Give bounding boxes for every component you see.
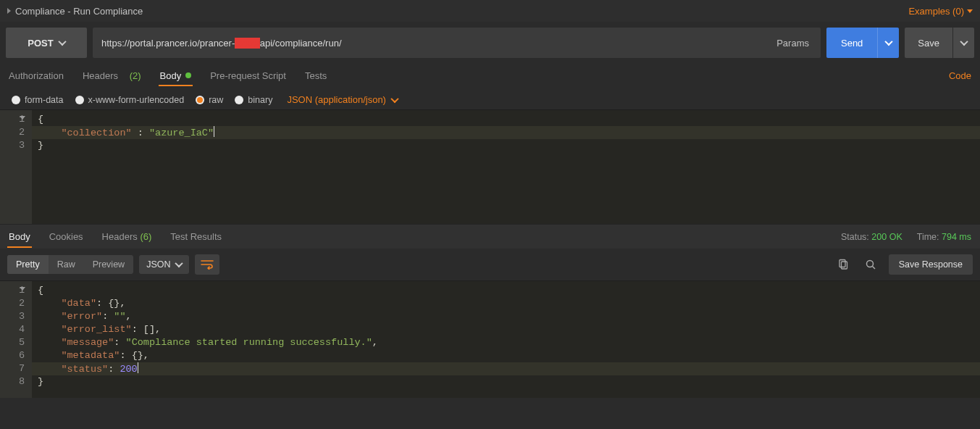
modified-dot-icon <box>185 72 191 78</box>
radio-binary[interactable]: binary <box>235 95 272 105</box>
params-button[interactable]: Params <box>765 28 821 58</box>
copy-icon <box>837 259 849 270</box>
tab-response-body[interactable]: Body <box>9 231 30 242</box>
url-redacted: xxxxx <box>235 38 260 49</box>
send-dropdown-button[interactable] <box>877 28 899 58</box>
chevron-down-icon <box>884 38 892 46</box>
chevron-down-icon <box>390 94 398 102</box>
view-mode-segment: Pretty Raw Preview <box>7 255 133 274</box>
wrap-icon <box>201 259 214 270</box>
code-area[interactable]: { "data": {}, "error": "", "error_list":… <box>32 281 980 398</box>
body-type-row: form-data x-www-form-urlencoded raw bina… <box>0 87 980 109</box>
request-tabs: Authorization Headers (2) Body Pre-reque… <box>0 64 980 87</box>
chevron-down-icon <box>967 9 973 13</box>
url-field-wrap: https://portal.prancer.io/prancer-xxxxxa… <box>93 28 821 58</box>
request-body-editor[interactable]: 1 2 3 { "collection" : "azure_IaC" } <box>0 109 980 224</box>
url-text: api/compliance/run/ <box>260 38 342 49</box>
response-tabs: Body Cookies Headers (6) Test Results St… <box>0 224 980 249</box>
search-icon <box>865 259 876 270</box>
request-title: Compliance - Run Compliance <box>15 6 143 17</box>
save-button[interactable]: Save <box>905 28 952 58</box>
tab-response-headers[interactable]: Headers (6) <box>102 231 152 242</box>
chevron-down-icon <box>960 38 968 46</box>
radio-form-data[interactable]: form-data <box>12 95 64 105</box>
content-type-select[interactable]: JSON (application/json) <box>287 94 398 105</box>
svg-line-3 <box>872 267 875 270</box>
tab-response-cookies[interactable]: Cookies <box>49 231 83 242</box>
examples-label: Examples (0) <box>908 6 964 17</box>
line-gutter: 1 2 3 <box>0 110 32 224</box>
chevron-down-icon <box>58 38 66 46</box>
svg-rect-1 <box>841 262 847 269</box>
copy-button[interactable] <box>834 255 853 274</box>
code-area[interactable]: { "collection" : "azure_IaC" } <box>32 110 980 224</box>
code-link[interactable]: Code <box>949 70 971 81</box>
params-label: Params <box>776 38 809 49</box>
collapse-icon[interactable] <box>7 8 11 14</box>
url-text: https://portal.prancer.io/prancer- <box>101 38 235 49</box>
tab-authorization[interactable]: Authorization <box>9 70 64 81</box>
radio-urlencoded[interactable]: x-www-form-urlencoded <box>75 95 185 105</box>
view-pretty[interactable]: Pretty <box>7 255 49 274</box>
save-label: Save <box>918 38 939 49</box>
response-status: Status: 200 OK Time: 794 ms <box>841 232 971 242</box>
view-preview[interactable]: Preview <box>84 255 133 274</box>
tab-headers[interactable]: Headers (2) <box>83 70 141 81</box>
tab-tests[interactable]: Tests <box>305 70 327 81</box>
tab-body[interactable]: Body <box>160 70 192 81</box>
tab-response-tests[interactable]: Test Results <box>170 231 222 242</box>
svg-point-2 <box>866 261 873 267</box>
url-input[interactable]: https://portal.prancer.io/prancer-xxxxxa… <box>93 28 765 58</box>
http-method-label: POST <box>28 38 53 49</box>
http-method-select[interactable]: POST <box>6 28 87 58</box>
send-label: Send <box>841 38 863 49</box>
svg-rect-0 <box>839 260 845 267</box>
response-toolbar: Pretty Raw Preview JSON Save Response <box>0 249 980 280</box>
save-dropdown-button[interactable] <box>952 28 974 58</box>
examples-dropdown[interactable]: Examples (0) <box>908 6 973 17</box>
response-format-select[interactable]: JSON <box>139 255 189 274</box>
response-body-editor[interactable]: 1 2 3 4 5 6 7 8 { "data": {}, "error": "… <box>0 280 980 398</box>
title-bar: Compliance - Run Compliance Examples (0) <box>0 0 980 22</box>
save-response-button[interactable]: Save Response <box>889 254 973 275</box>
request-bar: POST https://portal.prancer.io/prancer-x… <box>0 22 980 64</box>
fold-icon[interactable] <box>20 116 25 120</box>
line-gutter: 1 2 3 4 5 6 7 8 <box>0 281 32 398</box>
text-cursor <box>138 362 138 373</box>
search-button[interactable] <box>861 255 880 274</box>
wrap-lines-button[interactable] <box>195 254 219 275</box>
fold-icon[interactable] <box>20 287 25 291</box>
chevron-down-icon <box>175 259 183 267</box>
text-cursor <box>214 126 214 137</box>
radio-raw[interactable]: raw <box>196 95 223 105</box>
view-raw[interactable]: Raw <box>49 255 84 274</box>
send-button[interactable]: Send <box>826 28 877 58</box>
tab-prerequest[interactable]: Pre-request Script <box>210 70 286 81</box>
